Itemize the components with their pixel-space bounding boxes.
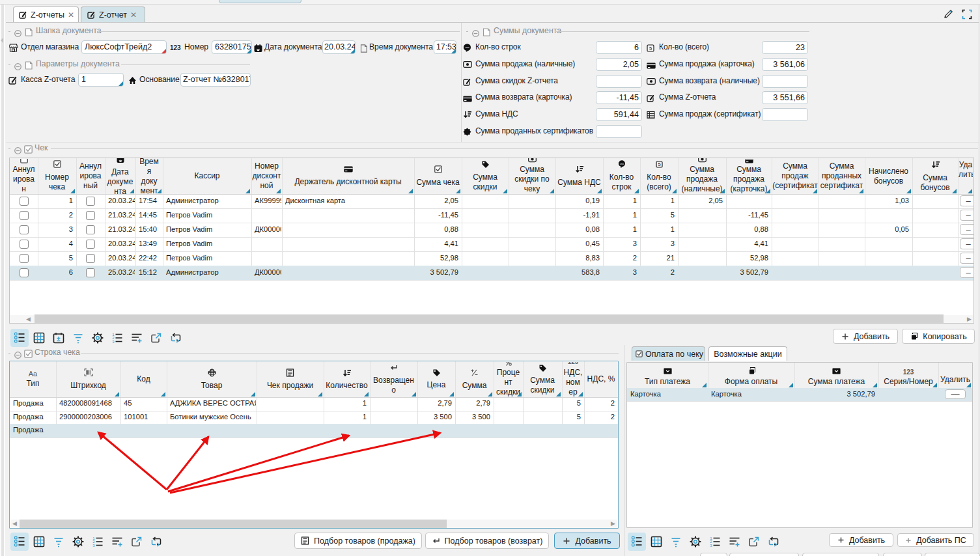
svg-text:uno: uno — [620, 163, 624, 165]
svg-text:5: 5 — [649, 46, 652, 51]
svg-text:5: 5 — [658, 161, 660, 167]
svg-text:3: 3 — [112, 340, 115, 344]
svg-text:3: 3 — [710, 544, 712, 548]
svg-text:uno: uno — [466, 46, 469, 49]
svg-text:3: 3 — [92, 544, 95, 548]
